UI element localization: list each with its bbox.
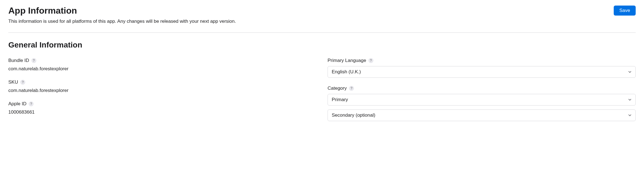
- header-left: App Information This information is used…: [8, 6, 614, 24]
- help-icon[interactable]: ?: [368, 58, 373, 63]
- bundle-id-label: Bundle ID: [8, 58, 29, 63]
- help-icon[interactable]: ?: [29, 101, 34, 106]
- apple-id-label-row: Apple ID ?: [8, 101, 316, 107]
- page-subtitle: This information is used for all platfor…: [8, 19, 614, 24]
- primary-language-label-row: Primary Language ?: [328, 58, 636, 63]
- help-icon[interactable]: ?: [349, 86, 354, 91]
- category-secondary-select[interactable]: Secondary (optional): [328, 109, 636, 121]
- category-label: Category: [328, 86, 347, 91]
- bundle-id-value: com.naturelab.forestexplorer: [8, 66, 316, 72]
- sku-label-row: SKU ?: [8, 79, 316, 85]
- primary-language-select[interactable]: English (U.K.): [328, 66, 636, 78]
- apple-id-value: 1000683661: [8, 109, 316, 115]
- category-label-row: Category ?: [328, 86, 636, 91]
- bundle-id-field: Bundle ID ? com.naturelab.forestexplorer: [8, 58, 316, 72]
- section-divider: [8, 32, 636, 33]
- sku-field: SKU ? com.naturelab.forestexplorer: [8, 79, 316, 93]
- primary-language-select-wrapper: English (U.K.): [328, 66, 636, 78]
- category-field: Category ? Primary Secondary (optional): [328, 86, 636, 121]
- help-icon[interactable]: ?: [31, 58, 36, 63]
- category-primary-select[interactable]: Primary: [328, 94, 636, 106]
- primary-language-field: Primary Language ? English (U.K.): [328, 58, 636, 78]
- save-button[interactable]: Save: [614, 6, 636, 16]
- sku-label: SKU: [8, 79, 18, 85]
- form-column-left: Bundle ID ? com.naturelab.forestexplorer…: [8, 58, 316, 129]
- apple-id-label: Apple ID: [8, 101, 26, 107]
- page-header: App Information This information is used…: [8, 6, 636, 24]
- category-primary-select-wrapper: Primary: [328, 94, 636, 106]
- form-column-right: Primary Language ? English (U.K.) Catego…: [328, 58, 636, 129]
- bundle-id-label-row: Bundle ID ?: [8, 58, 316, 63]
- section-title: General Information: [8, 41, 636, 49]
- form-grid: Bundle ID ? com.naturelab.forestexplorer…: [8, 58, 636, 129]
- apple-id-field: Apple ID ? 1000683661: [8, 101, 316, 115]
- help-icon[interactable]: ?: [20, 80, 25, 85]
- category-secondary-select-wrapper: Secondary (optional): [328, 109, 636, 121]
- primary-language-label: Primary Language: [328, 58, 366, 63]
- sku-value: com.naturelab.forestexplorer: [8, 88, 316, 93]
- page-title: App Information: [8, 6, 614, 16]
